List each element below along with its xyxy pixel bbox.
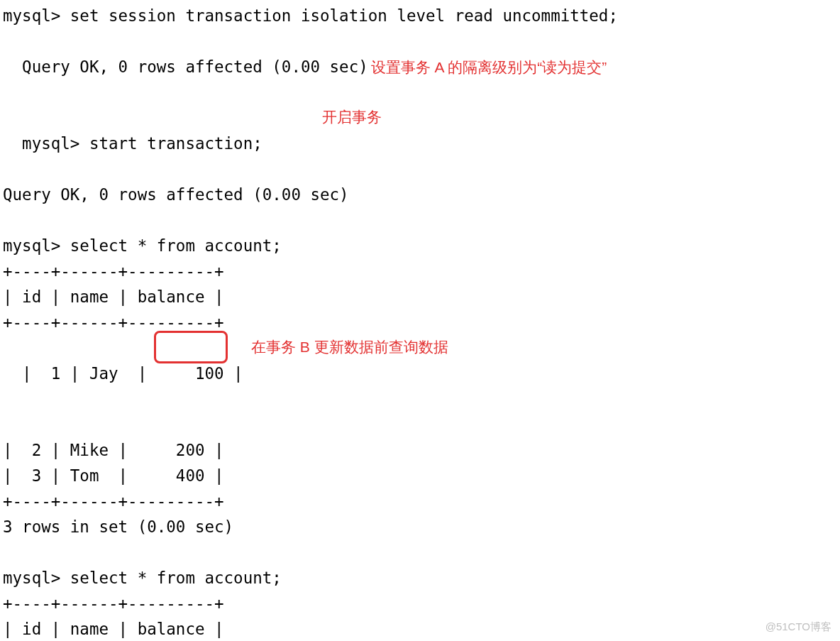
cmd-select-2: mysql> select * from account; <box>3 565 837 591</box>
table1-border-top: +----+------+---------+ <box>3 258 837 284</box>
blank <box>3 539 837 565</box>
table1-row-2: | 2 | Mike | 200 | <box>3 437 837 463</box>
table1-row-1-text: | 1 | Jay | 100 | <box>22 364 243 383</box>
cmd-start-transaction: mysql> start transaction; <box>22 134 262 153</box>
resp-set-isolation-line: Query OK, 0 rows affected (0.00 sec)设置事务… <box>3 28 837 80</box>
watermark: @51CTO博客 <box>766 618 831 635</box>
table2-border-top: +----+------+---------+ <box>3 591 837 616</box>
table1-row-3: | 3 | Tom | 400 | <box>3 463 837 488</box>
annotation-before-update: 在事务 B 更新数据前查询数据 <box>251 336 448 358</box>
table1-header: | id | name | balance | <box>3 284 837 309</box>
resp-set-isolation: Query OK, 0 rows affected (0.00 sec) <box>22 57 368 76</box>
table1-row-1: | 1 | Jay | 100 | 在事务 B 更新数据前查询数据 <box>3 335 837 437</box>
resp-start-transaction: Query OK, 0 rows affected (0.00 sec) <box>3 182 837 207</box>
blank <box>3 80 837 105</box>
annotation-start: 开启事务 <box>322 106 382 128</box>
cmd-start-transaction-line: mysql> start transaction; 开启事务 <box>3 105 837 182</box>
annotation-isolation: 设置事务 A 的隔离级别为“读为提交” <box>371 59 607 75</box>
cmd-select-1: mysql> select * from account; <box>3 233 837 258</box>
table1-border-mid: +----+------+---------+ <box>3 309 837 335</box>
table1-border-bot: +----+------+---------+ <box>3 488 837 514</box>
table2-header: | id | name | balance | <box>3 616 837 641</box>
table1-footer: 3 rows in set (0.00 sec) <box>3 514 837 539</box>
blank <box>3 207 837 233</box>
highlight-box-1 <box>154 331 228 363</box>
cmd-set-isolation: mysql> set session transaction isolation… <box>3 3 837 28</box>
